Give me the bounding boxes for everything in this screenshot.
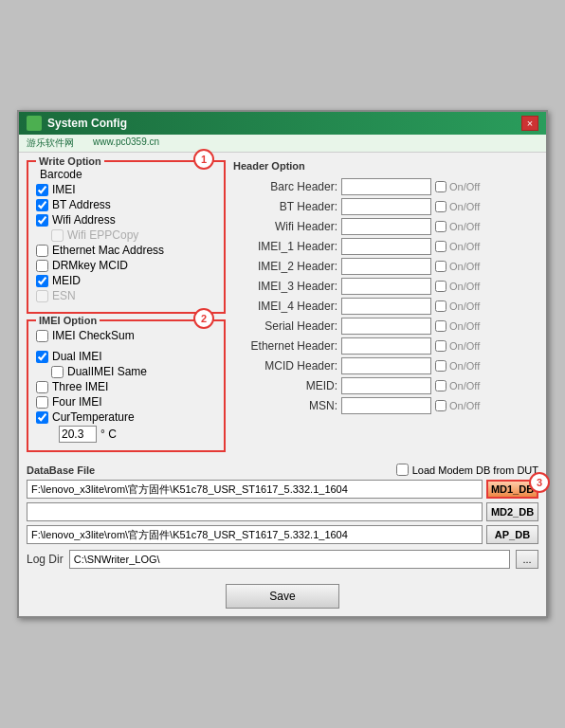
header-row-10: MEID: On/Off	[233, 377, 538, 394]
header-input-4[interactable]	[341, 258, 431, 275]
db-input-3[interactable]	[27, 525, 483, 544]
header-row-8: Ethernet Header: On/Off	[233, 337, 538, 355]
header-onoff-label-0: On/Off	[449, 181, 480, 192]
header-onoff-checkbox-7[interactable]	[435, 320, 447, 332]
header-input-11[interactable]	[341, 397, 431, 414]
header-input-3[interactable]	[341, 238, 431, 255]
header-row-5: IMEI_3 Header: On/Off	[233, 278, 538, 295]
esn-label: ESN	[52, 289, 76, 302]
header-onoff-label-11: On/Off	[449, 400, 480, 411]
three-imei-checkbox[interactable]	[36, 381, 48, 393]
four-imei-checkbox[interactable]	[36, 396, 48, 409]
checkbox-dual-imei: Dual IMEI	[36, 350, 216, 363]
header-label-8: Ethernet Header:	[233, 339, 337, 353]
cur-temp-checkbox[interactable]	[36, 411, 48, 424]
header-checkbox-3: On/Off	[435, 241, 480, 252]
wifi-eppcopy-label: Wifi EPPCopy	[67, 228, 138, 242]
system-config-window: System Config × 游乐软件网 www.pc0359.cn Writ…	[17, 110, 548, 618]
drmkey-checkbox[interactable]	[36, 260, 48, 272]
dualimei-same-checkbox[interactable]	[51, 366, 64, 378]
close-button[interactable]: ×	[521, 116, 538, 131]
header-checkbox-4: On/Off	[435, 261, 480, 272]
header-input-0[interactable]	[341, 178, 431, 195]
header-input-9[interactable]	[341, 357, 431, 374]
meid-label: MEID	[52, 274, 81, 287]
header-onoff-checkbox-1[interactable]	[435, 201, 447, 212]
header-onoff-checkbox-0[interactable]	[435, 181, 447, 192]
three-imei-label: Three IMEI	[52, 380, 108, 393]
right-panel: Header Option Barc Header: On/Off BT Hea…	[233, 160, 538, 452]
header-onoff-label-5: On/Off	[449, 281, 480, 292]
db-input-1[interactable]	[27, 480, 483, 499]
watermark-right: www.pc0359.cn	[93, 136, 159, 150]
header-label-10: MEID:	[233, 379, 337, 392]
db-input-2[interactable]	[27, 502, 483, 521]
checkbox-wifi-address: Wifi Address	[36, 213, 216, 227]
bt-address-checkbox[interactable]	[36, 199, 48, 211]
header-onoff-checkbox-11[interactable]	[435, 400, 447, 411]
ap-db-button[interactable]: AP_DB	[486, 525, 538, 544]
ethernet-mac-label: Ethernet Mac Address	[52, 244, 164, 257]
write-option-group: Write Option 1 Barcode IMEI BT Address W…	[27, 160, 226, 314]
header-checkbox-2: On/Off	[435, 221, 480, 232]
header-onoff-label-4: On/Off	[449, 261, 480, 272]
checkbox-bt-address: BT Address	[36, 198, 216, 211]
header-input-7[interactable]	[341, 318, 431, 335]
checkbox-cur-temp: CurTemperature	[36, 410, 216, 424]
temperature-input[interactable]	[59, 426, 97, 443]
header-label-11: MSN:	[233, 399, 337, 412]
header-onoff-checkbox-5[interactable]	[435, 281, 447, 292]
checkbox-imei-checksum: IMEI CheckSum	[36, 329, 216, 342]
header-onoff-checkbox-8[interactable]	[435, 340, 447, 352]
header-input-2[interactable]	[341, 218, 431, 235]
header-onoff-checkbox-4[interactable]	[435, 261, 447, 272]
dual-imei-checkbox[interactable]	[36, 351, 48, 363]
log-browse-button[interactable]: ...	[516, 550, 538, 569]
header-row-7: Serial Header: On/Off	[233, 318, 538, 335]
bt-address-label: BT Address	[52, 198, 111, 211]
temp-unit: ° C	[100, 428, 117, 441]
header-input-10[interactable]	[341, 377, 431, 394]
header-onoff-checkbox-6[interactable]	[435, 300, 447, 312]
esn-checkbox[interactable]	[36, 290, 48, 302]
meid-checkbox[interactable]	[36, 275, 48, 287]
header-checkbox-7: On/Off	[435, 320, 480, 332]
load-modem-checkbox[interactable]	[396, 464, 409, 476]
header-input-1[interactable]	[341, 198, 431, 215]
header-checkbox-10: On/Off	[435, 380, 480, 391]
ethernet-mac-checkbox[interactable]	[36, 245, 48, 257]
header-onoff-checkbox-10[interactable]	[435, 380, 447, 391]
header-onoff-checkbox-3[interactable]	[435, 241, 447, 252]
header-row-1: BT Header: On/Off	[233, 198, 538, 215]
imei-option-title: IMEI Option	[36, 315, 100, 326]
main-content: Write Option 1 Barcode IMEI BT Address W…	[19, 153, 546, 460]
watermark-left: 游乐软件网	[27, 136, 74, 150]
header-onoff-label-1: On/Off	[449, 201, 480, 212]
barcode-label: Barcode	[40, 168, 216, 181]
circle-3: 3	[529, 472, 550, 493]
header-onoff-checkbox-9[interactable]	[435, 360, 447, 372]
header-onoff-checkbox-2[interactable]	[435, 221, 447, 232]
imei-checksum-checkbox[interactable]	[36, 330, 48, 342]
imei-option-group: IMEI Option 2 IMEI CheckSum Dual IMEI Du…	[27, 319, 226, 452]
title-bar: System Config ×	[19, 112, 546, 135]
db-header: DataBase File Load Modem DB from DUT	[27, 464, 538, 476]
imei-checkbox[interactable]	[36, 184, 48, 196]
header-input-5[interactable]	[341, 278, 431, 295]
header-label-3: IMEI_1 Header:	[233, 240, 337, 253]
wifi-address-checkbox[interactable]	[36, 214, 48, 227]
md2-db-button[interactable]: MD2_DB	[486, 502, 538, 521]
header-input-6[interactable]	[341, 298, 431, 315]
log-input[interactable]	[69, 550, 510, 569]
log-row: Log Dir ...	[27, 550, 538, 569]
header-onoff-label-2: On/Off	[449, 221, 480, 232]
watermark-bar: 游乐软件网 www.pc0359.cn	[19, 135, 546, 153]
wifi-eppcopy-checkbox[interactable]	[51, 229, 64, 242]
temperature-row: ° C	[59, 426, 216, 443]
title-bar-left: System Config	[27, 116, 127, 131]
checkbox-dualimei-same: DualIMEI Same	[51, 365, 216, 378]
circle-1: 1	[193, 149, 214, 170]
header-label-9: MCID Header:	[233, 359, 337, 373]
save-button[interactable]: Save	[226, 584, 339, 609]
header-input-8[interactable]	[341, 337, 431, 355]
